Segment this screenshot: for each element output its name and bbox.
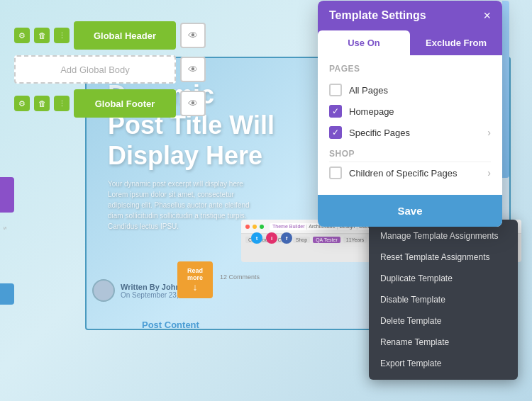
children-item[interactable]: Children of Specific Pages › bbox=[329, 162, 491, 183]
context-menu-item-export[interactable]: Export Template bbox=[369, 353, 518, 374]
page-item-specific[interactable]: ✓ Specific Pages › bbox=[329, 122, 491, 143]
page-item-homepage[interactable]: ✓ Homepage bbox=[329, 101, 491, 122]
page-label-specific: Specific Pages bbox=[349, 128, 480, 138]
specific-pages-arrow: › bbox=[487, 127, 491, 138]
template-settings-panel: Template Settings × Use On Exclude From … bbox=[318, 1, 502, 227]
twitter-icon[interactable]: t bbox=[251, 232, 262, 244]
ts-close-button[interactable]: × bbox=[483, 9, 491, 22]
browser-dot-green bbox=[260, 225, 264, 229]
post-content-label: Post Content bbox=[142, 320, 199, 330]
shop-section-label: Shop bbox=[329, 149, 491, 159]
hero-subtitle: Your dynamic post excerpt will display h… bbox=[108, 179, 250, 232]
global-header-button[interactable]: Global Header bbox=[74, 21, 176, 50]
footer-visibility-toggle[interactable]: 👁 bbox=[180, 91, 206, 116]
context-menu-item-rename[interactable]: Rename Template bbox=[369, 332, 518, 353]
browser-dot-red bbox=[245, 225, 250, 229]
gear-icon[interactable]: ⚙ bbox=[14, 28, 30, 43]
global-header-row: ⚙ 🗑 ⋮ Global Header 👁 bbox=[14, 21, 206, 50]
page-item-all[interactable]: All Pages bbox=[329, 79, 491, 101]
left-text: s bbox=[2, 227, 9, 230]
context-menu: Manage Template Assignments Reset Templa… bbox=[369, 220, 518, 380]
page-checkbox-homepage[interactable]: ✓ bbox=[329, 105, 342, 118]
mini-tag-qa: QA Tester bbox=[313, 237, 340, 243]
ts-body: Pages All Pages ✓ Homepage ✓ Specific Pa… bbox=[318, 55, 502, 192]
context-menu-item-delete[interactable]: Delete Template bbox=[369, 310, 518, 332]
children-arrow: › bbox=[487, 167, 491, 179]
footer-trash-icon[interactable]: 🗑 bbox=[34, 96, 50, 111]
save-button[interactable]: Save bbox=[318, 195, 502, 227]
author-avatar bbox=[92, 279, 115, 302]
mini-tag-shop: Shop bbox=[293, 237, 310, 243]
children-checkbox[interactable] bbox=[329, 166, 342, 179]
context-menu-item-manage[interactable]: Manage Template Assignments bbox=[369, 225, 518, 247]
page-checkbox-all[interactable] bbox=[329, 84, 342, 96]
body-visibility-toggle[interactable]: 👁 bbox=[180, 57, 206, 82]
page-label-homepage: Homepage bbox=[349, 106, 491, 117]
add-global-body-button[interactable]: Add Global Body bbox=[14, 55, 176, 84]
global-footer-button[interactable]: Global Footer bbox=[74, 89, 176, 118]
comments-label: 12 Comments bbox=[220, 273, 260, 281]
children-label: Children of Specific Pages bbox=[349, 168, 480, 179]
social-row: t i f bbox=[251, 232, 292, 244]
instagram-icon[interactable]: i bbox=[266, 232, 277, 244]
read-more-button[interactable]: Read more ↓ bbox=[177, 261, 213, 298]
ts-tabs: Use On Exclude From bbox=[318, 30, 502, 55]
footer-gear-icon[interactable]: ⚙ bbox=[14, 96, 30, 111]
facebook-icon[interactable]: f bbox=[281, 232, 292, 244]
tab-use-on[interactable]: Use On bbox=[318, 30, 410, 55]
left-blue-accent bbox=[0, 283, 14, 305]
context-menu-item-disable[interactable]: Disable Template bbox=[369, 289, 518, 310]
tab-exclude-from[interactable]: Exclude From bbox=[410, 30, 502, 55]
header-visibility-toggle[interactable]: 👁 bbox=[180, 23, 206, 48]
left-purple-accent bbox=[0, 177, 14, 213]
global-body-row: Add Global Body 👁 bbox=[14, 55, 206, 84]
footer-dots-icon[interactable]: ⋮ bbox=[54, 96, 70, 111]
context-menu-item-reset[interactable]: Reset Template Assignments bbox=[369, 247, 518, 268]
dots-icon[interactable]: ⋮ bbox=[54, 28, 70, 43]
ts-title: Template Settings bbox=[329, 9, 426, 22]
browser-dot-yellow bbox=[253, 225, 257, 229]
page-label-all: All Pages bbox=[349, 85, 491, 96]
trash-icon[interactable]: 🗑 bbox=[34, 28, 50, 43]
pages-section-label: Pages bbox=[329, 64, 491, 74]
ts-header: Template Settings × bbox=[318, 1, 502, 30]
page-checkbox-specific[interactable]: ✓ bbox=[329, 126, 342, 139]
global-footer-row: ⚙ 🗑 ⋮ Global Footer 👁 bbox=[14, 89, 206, 118]
ts-right-scroll-bar bbox=[502, 1, 509, 178]
mini-tag-years: 11Years bbox=[343, 237, 367, 243]
builder-panel: ⚙ 🗑 ⋮ Global Header 👁 Add Global Body 👁 … bbox=[14, 21, 206, 118]
context-menu-item-duplicate[interactable]: Duplicate Template bbox=[369, 268, 518, 289]
